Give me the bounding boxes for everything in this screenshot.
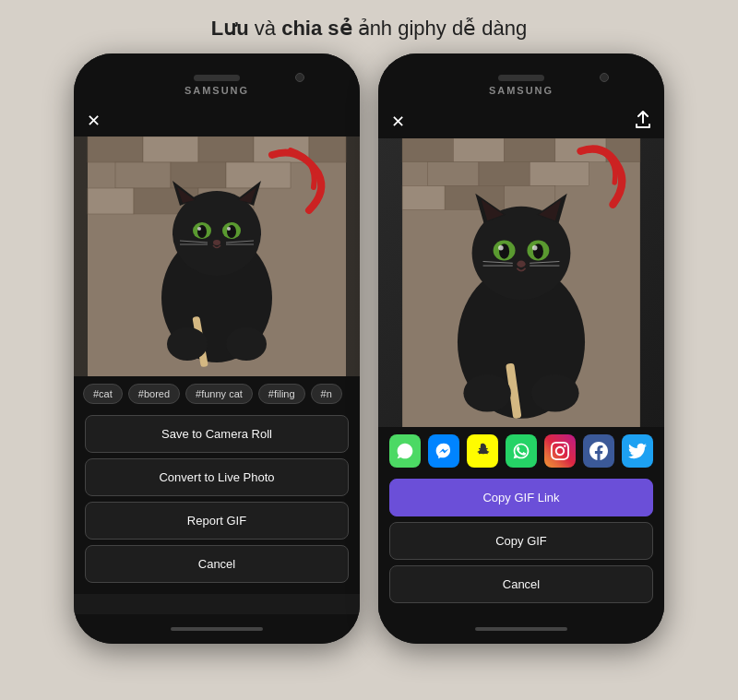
home-indicator-right [475, 627, 567, 631]
header-word1: Lưu [211, 17, 249, 40]
share-instagram-icon[interactable] [544, 434, 576, 468]
share-facebook-icon[interactable] [583, 434, 614, 468]
tag-cat[interactable]: #cat [83, 384, 123, 404]
header-word4: ảnh giphy dễ dàng [352, 17, 528, 40]
camera-left [295, 73, 304, 82]
copy-gif-link-button[interactable]: Copy GIF Link [389, 479, 653, 516]
phone-bottom-right [378, 614, 664, 644]
gif-area-right [378, 138, 664, 427]
cancel-button-right[interactable]: Cancel [389, 565, 653, 603]
topbar-right: ✕ [378, 101, 664, 138]
svg-rect-34 [453, 138, 504, 162]
svg-point-22 [197, 227, 201, 231]
svg-point-63 [531, 374, 579, 412]
convert-live-photo-button[interactable]: Convert to Live Photo [85, 458, 349, 496]
screen-right: ✕ [378, 101, 664, 614]
svg-rect-41 [402, 186, 445, 210]
svg-rect-1 [88, 136, 143, 162]
topbar-left: ✕ [74, 101, 360, 136]
home-indicator-left [171, 627, 263, 631]
speaker-left [194, 75, 240, 81]
close-button-right[interactable]: ✕ [391, 112, 405, 132]
tag-n[interactable]: #n [311, 384, 342, 404]
tags-area-left: #cat #bored #funny cat #filing #n [74, 376, 360, 411]
svg-point-13 [173, 191, 261, 276]
svg-point-62 [463, 374, 511, 412]
svg-point-23 [227, 227, 231, 231]
svg-point-24 [213, 240, 220, 245]
svg-rect-43 [505, 186, 555, 210]
svg-point-31 [226, 327, 267, 361]
svg-rect-35 [505, 138, 555, 162]
phone-top-right: SAMSUNG [378, 53, 664, 101]
svg-rect-40 [530, 162, 589, 186]
share-button-right[interactable] [635, 111, 651, 133]
speaker-right [498, 75, 544, 81]
phone-bottom-left [74, 614, 360, 644]
svg-point-30 [167, 327, 208, 361]
share-messenger-icon[interactable] [428, 434, 459, 468]
phone-left: SAMSUNG ✕ [74, 53, 360, 644]
share-whatsapp-icon[interactable] [506, 434, 537, 468]
tag-bored[interactable]: #bored [128, 384, 180, 404]
svg-rect-33 [402, 138, 453, 162]
share-snapchat-icon[interactable] [467, 434, 498, 468]
svg-point-55 [532, 245, 538, 251]
header-word2: và [249, 17, 281, 40]
svg-rect-7 [171, 162, 226, 188]
copy-gif-button[interactable]: Copy GIF [389, 522, 653, 560]
cat-gif-left [74, 136, 360, 376]
tag-funny-cat[interactable]: #funny cat [185, 384, 253, 404]
header-word3: chia sẻ [281, 17, 351, 40]
svg-rect-42 [445, 186, 504, 210]
svg-rect-5 [309, 136, 346, 162]
phones-container: SAMSUNG ✕ [55, 53, 683, 644]
page-header: Lưu và chia sẻ ảnh giphy dễ dàng [0, 0, 738, 53]
svg-rect-9 [88, 188, 134, 214]
actions-right: Copy GIF Link Copy GIF Cancel [378, 475, 664, 614]
camera-right [600, 73, 609, 82]
cat-gif-right [378, 138, 664, 427]
svg-rect-38 [428, 162, 479, 186]
phone-top-left: SAMSUNG [74, 53, 360, 101]
svg-point-56 [517, 261, 525, 267]
share-icons-row [378, 427, 664, 475]
save-camera-roll-button[interactable]: Save to Camera Roll [85, 415, 349, 453]
cancel-button-left[interactable]: Cancel [85, 545, 349, 583]
report-gif-button[interactable]: Report GIF [85, 502, 349, 540]
share-twitter-icon[interactable] [622, 434, 653, 468]
actions-left: Save to Camera Roll Convert to Live Phot… [74, 411, 360, 594]
svg-rect-2 [143, 136, 198, 162]
gif-area-left [74, 136, 360, 376]
tag-filing[interactable]: #filing [258, 384, 305, 404]
close-button-left[interactable]: ✕ [87, 111, 101, 131]
brand-right: SAMSUNG [489, 85, 554, 96]
phone-right: SAMSUNG ✕ [378, 53, 664, 644]
share-messages-icon[interactable] [389, 434, 421, 468]
svg-rect-3 [198, 136, 254, 162]
svg-point-54 [498, 245, 504, 251]
screen-left: ✕ [74, 101, 360, 614]
brand-left: SAMSUNG [184, 85, 249, 96]
svg-rect-6 [115, 162, 171, 188]
svg-rect-39 [479, 162, 530, 186]
